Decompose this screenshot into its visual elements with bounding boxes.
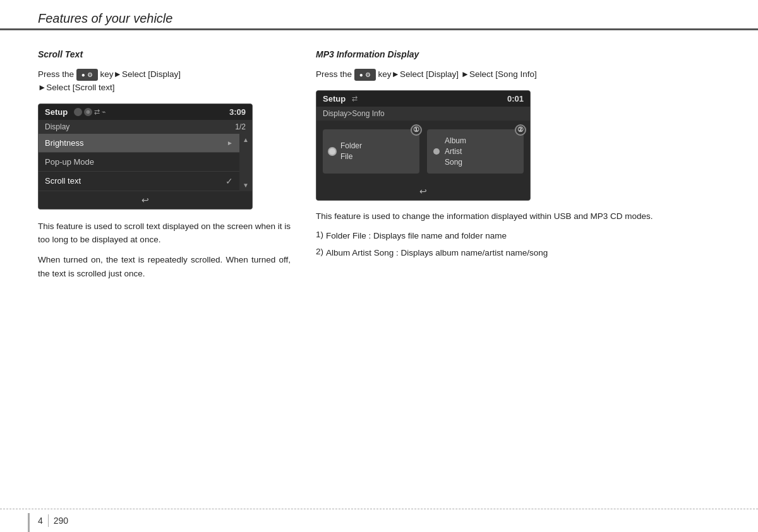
mp3-subtitle-row: Display>Song Info: [316, 107, 530, 121]
list-num-2: 2): [316, 247, 323, 260]
mp3-subtitle: Display>Song Info: [323, 109, 385, 118]
setup-menu-area: Brightness ► Pop-up Mode Scroll text ✓ ▲…: [39, 134, 252, 191]
setup-subtitle: Display: [45, 122, 69, 131]
list-desc-1: Folder File : Displays file name and fol…: [326, 230, 507, 243]
song-info-area: ① FolderFile ② AlbumArtistSong: [316, 121, 530, 182]
footer-separator: [48, 514, 49, 527]
option-number-2: ②: [515, 124, 526, 136]
menu-item-scroll: Scroll text ✓: [39, 172, 239, 191]
setup-back-row: ↩: [39, 191, 252, 209]
mp3-setup-screen: Setup ⇄ 0:01 Display>Song Info ① FolderF…: [316, 90, 531, 201]
setup-key-btn: ● ⚙: [76, 69, 98, 81]
scroll-down-arrow: ▼: [243, 182, 249, 189]
option-album-artist: ② AlbumArtistSong: [427, 129, 524, 174]
list-item-2: 2) Album Artist Song : Displays album na…: [316, 247, 720, 260]
setup-scrollbar: ▲ ▼: [239, 134, 252, 191]
list-item-1: 1) Folder File : Displays file name and …: [316, 230, 720, 243]
setup-label: Setup: [45, 107, 68, 117]
mp3-back-row: ↩: [316, 182, 530, 200]
chevron-brightness: ►: [227, 139, 233, 146]
setup-time: 3:09: [229, 107, 246, 117]
scroll-text-desc1: This feature is used to scroll text disp…: [38, 220, 291, 247]
footer-page-minor: 290: [54, 516, 68, 526]
setup-menu-list: Brightness ► Pop-up Mode Scroll text ✓: [39, 134, 239, 191]
scroll-text-desc2: When turned on, the text is repeatedly s…: [38, 253, 291, 280]
mp3-time: 0:01: [507, 94, 524, 103]
scroll-up-arrow: ▲: [243, 136, 249, 143]
check-scroll: ✓: [226, 176, 233, 186]
menu-item-popup: Pop-up Mode: [39, 153, 239, 172]
mp3-info-instruction: Press the ● ⚙ key►Select [Display] ►Sele…: [316, 68, 720, 81]
mp3-topbar-icons: ⇄: [352, 95, 358, 103]
topbar-icons: ⊕ ⇄ ⌁: [74, 108, 106, 116]
mp3-topbar: Setup ⇄ 0:01: [316, 91, 530, 107]
footer-bar: [28, 513, 30, 532]
option-folder-file: ① FolderFile: [323, 129, 419, 174]
menu-label-brightness: Brightness: [45, 138, 83, 148]
mp3-back-arrow-icon: ↩: [419, 186, 427, 196]
scroll-text-instruction: Press the ● ⚙ key►Select [Display] ►Sele…: [38, 68, 291, 95]
option-number-1: ①: [411, 124, 422, 136]
footer-page-major: 4: [38, 516, 43, 526]
setup-page: 1/2: [235, 122, 246, 131]
page-title: Features of your vehicle: [38, 11, 172, 26]
mp3-info-title: MP3 Information Display: [316, 49, 720, 59]
scroll-text-setup-screen: Setup ⊕ ⇄ ⌁ 3:09 Display 1/2: [38, 103, 253, 210]
scroll-text-title: Scroll Text: [38, 49, 291, 59]
setup-topbar: Setup ⊕ ⇄ ⌁ 3:09: [39, 104, 252, 120]
setup-key-btn-mp3: ● ⚙: [354, 69, 376, 81]
mp3-topbar-left: Setup ⇄: [323, 94, 358, 103]
list-desc-2: Album Artist Song : Displays album name/…: [326, 247, 548, 260]
radio-folder: [329, 148, 335, 155]
label-folder: FolderFile: [340, 141, 362, 162]
mp3-setup-label: Setup: [323, 94, 346, 103]
mp3-desc: This feature is used to change the infor…: [316, 210, 720, 223]
setup-topbar-left: Setup ⊕ ⇄ ⌁: [45, 107, 106, 117]
page-header: Features of your vehicle: [0, 0, 758, 30]
menu-item-brightness: Brightness ►: [39, 134, 239, 153]
menu-label-scroll: Scroll text: [45, 176, 81, 186]
list-num-1: 1): [316, 230, 323, 243]
menu-label-popup: Pop-up Mode: [45, 157, 94, 167]
left-column: Scroll Text Press the ● ⚙ key►Select [Di…: [38, 49, 291, 287]
page-footer: 4 290: [0, 509, 758, 532]
right-column: MP3 Information Display Press the ● ⚙ ke…: [316, 49, 720, 287]
radio-album: [433, 148, 440, 155]
back-arrow-icon: ↩: [141, 195, 149, 205]
setup-subtitle-row: Display 1/2: [39, 120, 252, 134]
label-album: AlbumArtistSong: [445, 136, 466, 167]
content-area: Scroll Text Press the ● ⚙ key►Select [Di…: [0, 30, 758, 305]
